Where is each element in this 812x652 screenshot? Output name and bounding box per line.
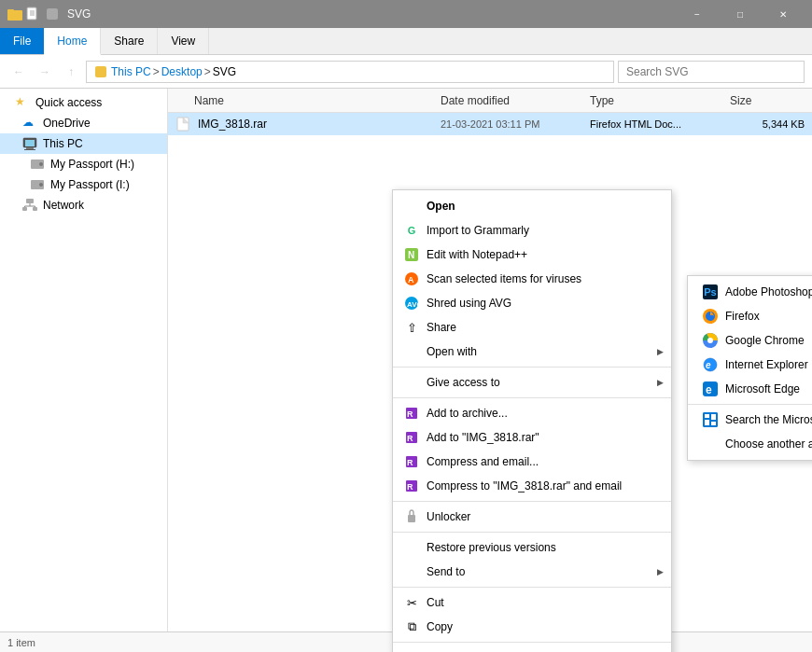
ctx-avg[interactable]: AVG Shred using AVG: [393, 291, 671, 315]
store-icon: [703, 412, 718, 427]
svg-rect-48: [705, 420, 709, 425]
svg-point-15: [39, 183, 43, 187]
back-button[interactable]: ←: [7, 61, 30, 83]
path-svg: SVG: [213, 65, 236, 78]
tab-share[interactable]: Share: [101, 28, 158, 54]
address-path[interactable]: This PC > Desktop > SVG: [86, 61, 614, 83]
svg-text:R: R: [407, 434, 413, 443]
sub-item-ps[interactable]: Ps Adobe Photoshop CS6: [688, 280, 812, 304]
svg-text:R: R: [407, 458, 413, 467]
chrome-icon: [703, 333, 718, 348]
svg-rect-50: [705, 414, 709, 418]
ctx-cut[interactable]: ✂ Cut: [393, 590, 671, 615]
up-button[interactable]: ↑: [60, 61, 82, 83]
path-desktop: Desktop: [161, 65, 203, 78]
winrar1-icon: R: [404, 406, 419, 421]
minimize-button[interactable]: −: [676, 0, 719, 28]
col-header-size[interactable]: Size: [730, 94, 805, 107]
ctx-scan[interactable]: A Scan selected items for viruses: [393, 267, 671, 291]
ie-icon: e: [703, 357, 718, 372]
ctx-open[interactable]: Open: [393, 194, 671, 218]
svg-rect-18: [33, 207, 37, 211]
ctx-sendto[interactable]: Send to: [393, 560, 671, 584]
file-list-header: Name Date modified Type Size: [168, 89, 812, 113]
close-button[interactable]: ✕: [762, 0, 805, 28]
svg-rect-11: [24, 149, 35, 150]
ctx-giveaccess[interactable]: Give access to: [393, 370, 671, 395]
window-title: SVG: [67, 7, 676, 21]
ctx-compress-email[interactable]: R Compress and email...: [393, 450, 671, 474]
ctx-sep-2: [393, 397, 671, 398]
sidebar-onedrive-label: OneDrive: [43, 117, 91, 130]
sidebar-item-quickaccess[interactable]: ★ Quick access: [0, 92, 167, 113]
ctx-openwith[interactable]: Open with: [393, 340, 671, 364]
sendto-icon: [404, 564, 419, 579]
sidebar-item-passport-h[interactable]: My Passport (H:): [0, 154, 167, 174]
col-header-type[interactable]: Type: [590, 94, 730, 107]
col-header-name[interactable]: Name: [175, 94, 441, 107]
sidebar-network-label: Network: [43, 199, 84, 212]
tab-file[interactable]: File: [0, 28, 44, 54]
file-size: 5,344 KB: [730, 118, 805, 130]
path-thispc: This PC: [111, 65, 151, 78]
ctx-unlocker[interactable]: Unlocker: [393, 505, 671, 529]
window-controls: − □ ✕: [676, 0, 805, 28]
sidebar-item-passport-i[interactable]: My Passport (I:): [0, 174, 167, 195]
table-row[interactable]: IMG_3818.rar 21-03-2021 03:11 PM Firefox…: [168, 113, 812, 135]
file-icon: [175, 117, 190, 132]
sub-item-edge[interactable]: e Microsoft Edge: [688, 377, 812, 401]
svg-text:A: A: [408, 275, 414, 284]
svg-rect-16: [26, 199, 34, 203]
share-icon: ⇧: [404, 320, 419, 335]
maximize-button[interactable]: □: [719, 0, 762, 28]
cut-icon: ✂: [404, 595, 419, 610]
new-doc-icon: [26, 7, 41, 21]
ctx-share[interactable]: ⇧ Share: [393, 315, 671, 340]
ctx-addrar[interactable]: R Add to "IMG_3818.rar": [393, 425, 671, 450]
open-icon: [404, 199, 419, 214]
sub-item-chrome[interactable]: Google Chrome: [688, 328, 812, 353]
avast-icon: A: [404, 271, 419, 286]
sub-item-firefox[interactable]: Firefox: [688, 304, 812, 328]
sidebar-passport-i-label: My Passport (I:): [50, 178, 130, 191]
sub-item-store[interactable]: Search the Microsoft Store: [688, 408, 812, 432]
unlocker-icon: [404, 509, 419, 524]
winrar2-icon: R: [404, 430, 419, 445]
svg-rect-6: [47, 8, 58, 20]
tab-view-label: View: [171, 35, 195, 48]
sub-item-ie[interactable]: e Internet Explorer: [688, 353, 812, 377]
ctx-copy[interactable]: ⧉ Copy: [393, 615, 671, 639]
title-bar: SVG − □ ✕: [0, 0, 812, 28]
openwith-submenu: Ps Adobe Photoshop CS6 Firefox: [687, 275, 812, 461]
ctx-restore[interactable]: Restore previous versions: [393, 535, 671, 560]
forward-button[interactable]: →: [34, 61, 56, 83]
restore-icon: [404, 540, 419, 555]
sidebar-item-thispc[interactable]: This PC: [0, 133, 167, 154]
svg-text:R: R: [407, 482, 413, 492]
sub-item-other[interactable]: Choose another app: [688, 432, 812, 456]
ctx-grammarly[interactable]: G Import to Grammarly: [393, 218, 671, 243]
tab-home[interactable]: Home: [44, 28, 101, 55]
ctx-addarchive[interactable]: R Add to archive...: [393, 401, 671, 425]
svg-rect-38: [408, 515, 415, 522]
star-icon: ★: [15, 95, 30, 110]
svg-text:e: e: [706, 360, 711, 370]
svg-text:N: N: [408, 250, 414, 260]
pin-icon: [45, 7, 60, 21]
firefox-icon: [703, 309, 718, 324]
search-input[interactable]: [618, 61, 805, 83]
sidebar-item-network[interactable]: Network: [0, 195, 167, 215]
openwith-icon: [404, 344, 419, 359]
ctx-compress-rar-email[interactable]: R Compress to "IMG_3818.rar" and email: [393, 474, 671, 498]
sidebar-item-onedrive[interactable]: ☁ OneDrive: [0, 113, 167, 133]
svg-text:AVG: AVG: [407, 300, 423, 309]
ctx-shortcut[interactable]: Create shortcut: [393, 645, 671, 652]
ctx-notepadpp[interactable]: N Edit with Notepad++: [393, 243, 671, 267]
svg-text:R: R: [407, 409, 413, 419]
sidebar-thispc-label: This PC: [43, 137, 83, 150]
tab-view[interactable]: View: [158, 28, 209, 54]
svg-point-13: [39, 162, 43, 166]
path-sep-1: >: [153, 65, 160, 78]
network-icon: [22, 198, 37, 213]
col-header-modified[interactable]: Date modified: [441, 94, 590, 107]
